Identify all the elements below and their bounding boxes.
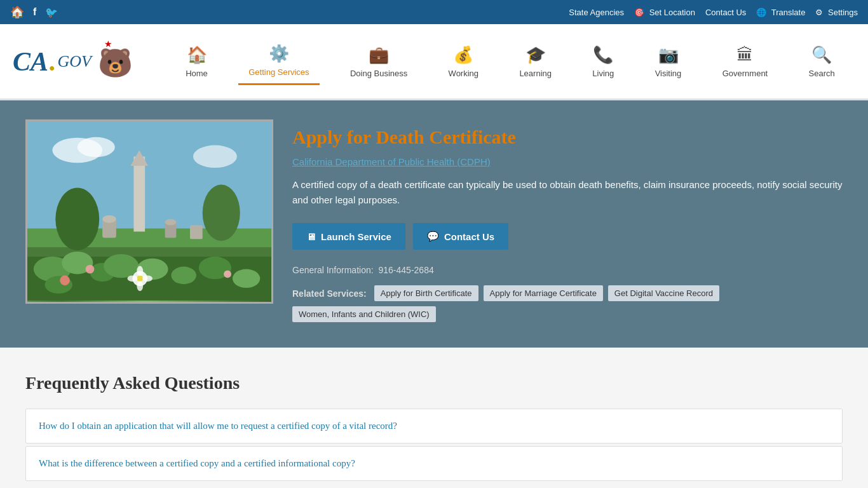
nav-government[interactable]: 🏛 Government [712,39,778,85]
faq-question-0[interactable]: How do I obtain an application that will… [39,421,397,431]
nav-getting-services[interactable]: ⚙️ Getting Services [238,37,319,85]
nav-working-label: Working [449,69,478,78]
svg-point-19 [104,254,139,278]
top-bar-left: 🏠 f 🐦 [10,5,58,19]
logo-ca-text: CA [13,46,48,77]
government-icon: 🏛 [736,45,753,65]
launch-icon: 🖥 [306,231,316,242]
image-placeholder [27,121,271,302]
related-tag-marriage[interactable]: Apply for Marriage Certificate [484,285,603,301]
logo-gov-text: GOV [58,52,92,71]
svg-point-33 [60,275,70,285]
search-nav-icon: 🔍 [811,45,832,65]
logo-dot: . [50,46,57,77]
content-area: Apply for Death Certificate California D… [0,100,868,348]
nav-search[interactable]: 🔍 Search [799,39,845,85]
logo-area: CA . GOV ★ 🐻 [13,44,165,79]
home-icon-link[interactable]: 🏠 [10,5,24,19]
svg-point-27 [128,275,138,281]
general-info: General Information: 916-445-2684 [292,265,843,275]
svg-rect-14 [190,226,203,240]
nav-learning-label: Learning [519,69,552,78]
service-buttons: 🖥 Launch Service 💬 Contact Us [292,223,843,250]
related-tag-birth[interactable]: Apply for Birth Certificate [374,285,478,301]
svg-point-26 [137,275,143,281]
faq-title: Frequently Asked Questions [25,373,843,393]
nav-doing-business[interactable]: 💼 Doing Business [340,39,417,85]
living-icon: 📞 [593,45,613,65]
nav-getting-services-label: Getting Services [248,67,309,77]
svg-point-24 [233,269,260,288]
getting-services-icon: ⚙️ [269,44,289,64]
top-bar-right: State Agencies 🎯 Set Location Contact Us… [569,8,858,17]
nav-home[interactable]: 🏠 Home [175,39,218,85]
faq-section: Frequently Asked Questions How do I obta… [0,348,868,488]
svg-point-2 [78,137,115,158]
settings-icon: ⚙ [815,8,823,17]
nav-living-label: Living [592,69,614,78]
nav-doing-business-label: Doing Business [350,69,407,78]
svg-point-32 [224,271,231,278]
svg-point-11 [102,215,116,223]
logo-bear-area: ★ 🐻 [98,44,133,79]
state-agencies-link[interactable]: State Agencies [569,8,624,17]
service-description: A certified copy of a death certificate … [292,177,843,208]
svg-point-31 [86,265,95,274]
nav-visiting[interactable]: 📷 Visiting [645,39,692,85]
svg-point-22 [171,267,196,285]
related-tag-wic[interactable]: Women, Infants and Children (WIC) [292,306,436,322]
nav-visiting-label: Visiting [655,69,682,78]
working-icon: 💰 [453,45,473,65]
department-link[interactable]: California Department of Public Health (… [292,156,843,167]
contact-us-button[interactable]: 💬 Contact Us [413,223,508,250]
faq-item-0: How do I obtain an application that will… [25,409,843,444]
doing-business-icon: 💼 [369,45,389,65]
location-icon: 🎯 [634,8,644,17]
svg-point-28 [142,275,153,281]
settings-link[interactable]: ⚙ Settings [815,8,858,17]
top-bar: 🏠 f 🐦 State Agencies 🎯 Set Location Cont… [0,0,868,24]
nav-learning[interactable]: 🎓 Learning [509,39,562,85]
translate-link[interactable]: 🌐 Translate [756,8,805,17]
faq-question-1[interactable]: What is the difference between a certifi… [39,458,355,468]
related-services-label: Related Services: [292,288,367,299]
service-info: Apply for Death Certificate California D… [292,119,843,329]
nav-items: 🏠 Home ⚙️ Getting Services 💼 Doing Busin… [165,37,855,85]
nav-living[interactable]: 📞 Living [582,39,624,85]
contact-us-topbar-link[interactable]: Contact Us [705,8,746,17]
service-image [25,119,273,304]
related-tag-vaccine[interactable]: Get Digital Vaccine Record [608,285,719,301]
logo-star: ★ [104,39,112,49]
learning-icon: 🎓 [526,45,546,65]
nav-home-label: Home [186,69,208,78]
facebook-icon-link[interactable]: f [33,6,36,18]
translate-icon: 🌐 [756,8,766,17]
logo-bear-icon: 🐻 [98,46,133,79]
main-nav: CA . GOV ★ 🐻 🏠 Home ⚙️ Getting Services … [0,24,868,100]
svg-point-30 [137,281,143,291]
nav-government-label: Government [722,69,768,78]
visiting-icon: 📷 [658,45,679,65]
service-title: Apply for Death Certificate [292,126,843,149]
related-services-area: Related Services: Apply for Birth Certif… [292,285,843,322]
svg-point-29 [137,266,143,276]
ca-gov-logo[interactable]: CA . GOV ★ 🐻 [13,44,133,79]
nav-working[interactable]: 💰 Working [438,39,489,85]
launch-service-button[interactable]: 🖥 Launch Service [292,223,405,250]
svg-rect-6 [133,156,145,231]
svg-point-13 [165,219,177,226]
svg-point-9 [203,185,240,241]
home-nav-icon: 🏠 [187,45,207,65]
set-location-link[interactable]: 🎯 Set Location [634,8,695,17]
nav-search-label: Search [809,69,835,78]
faq-item-1: What is the difference between a certifi… [25,446,843,481]
svg-point-3 [193,146,237,168]
contact-icon: 💬 [427,231,439,242]
service-image-svg [27,119,271,302]
svg-point-8 [55,188,99,250]
twitter-icon-link[interactable]: 🐦 [45,6,58,18]
